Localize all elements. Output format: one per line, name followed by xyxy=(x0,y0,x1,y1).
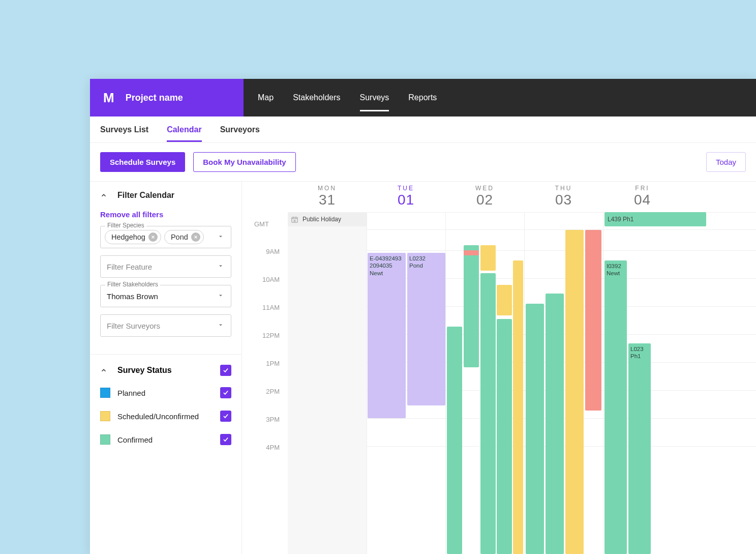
filter-surveyors-placeholder: Filter Surveyors xyxy=(105,322,160,330)
status-checkbox-confirmed[interactable] xyxy=(220,434,231,445)
calendar-grid[interactable]: Public Holiday L439 Ph1 E-04392493 20940… xyxy=(288,212,756,554)
filter-stakeholders-label: Filter Stakeholders xyxy=(105,281,160,288)
event-label: Ph1 xyxy=(630,353,649,360)
caret-down-icon[interactable] xyxy=(218,321,227,330)
event-holiday[interactable]: Public Holiday xyxy=(288,212,367,226)
topbar: M Project name Map Stakeholders Surveys … xyxy=(90,79,756,116)
chip-label: Pond xyxy=(171,233,188,241)
event-label: I0392 xyxy=(607,263,625,270)
chip-remove-icon[interactable] xyxy=(191,232,200,242)
nav-map[interactable]: Map xyxy=(258,89,274,106)
tab-surveys-list[interactable]: Surveys List xyxy=(100,118,148,141)
status-title: Survey Status xyxy=(117,366,220,375)
caret-down-icon[interactable] xyxy=(218,232,227,242)
day-num: 04 xyxy=(603,192,682,208)
event-label: L023 xyxy=(630,345,649,353)
filter-species-label: Filter Species xyxy=(105,222,146,229)
nav-stakeholders[interactable]: Stakeholders xyxy=(293,89,340,106)
top-nav: Map Stakeholders Surveys Reports xyxy=(244,79,756,116)
event-l439[interactable]: L439 Ph1 xyxy=(604,212,706,226)
event-wed-7[interactable] xyxy=(497,285,512,315)
day-head-thu[interactable]: THU 03 xyxy=(524,182,603,212)
project-name[interactable]: Project name xyxy=(126,93,183,103)
filter-species-field[interactable]: Filter Species Hedgehog Pond xyxy=(100,226,231,248)
event-label: Newt xyxy=(607,270,625,277)
caret-down-icon[interactable] xyxy=(218,291,227,301)
time-1pm: 1PM xyxy=(242,360,288,388)
status-checkbox-scheduled[interactable] xyxy=(220,411,231,422)
schedule-surveys-button[interactable]: Schedule Surveys xyxy=(100,152,185,172)
time-labels: 9AM 10AM 11AM 12PM 1PM 2PM 3PM 4PM xyxy=(242,222,288,472)
filter-surveyors-field[interactable]: Filter Surveyors xyxy=(100,314,231,337)
status-header[interactable]: Survey Status xyxy=(100,360,231,381)
chevron-up-icon xyxy=(100,367,107,374)
event-newt-tue[interactable]: E-04392493 2094035 Newt xyxy=(368,253,406,418)
time-2pm: 2PM xyxy=(242,388,288,416)
day-background-mon xyxy=(288,212,367,554)
status-row-scheduled: Scheduled/Unconfirmed xyxy=(100,404,231,428)
filter-feature-field[interactable]: Filter Feature xyxy=(100,255,231,278)
svg-rect-0 xyxy=(292,217,297,222)
brand-block: M Project name xyxy=(90,79,244,116)
day-name: FRI xyxy=(603,185,682,192)
app-window: M Project name Map Stakeholders Surveys … xyxy=(90,79,756,554)
day-name: MON xyxy=(288,185,367,192)
calendar-x-icon xyxy=(291,216,298,223)
event-wed-2[interactable] xyxy=(464,245,479,367)
sidebar: Filter Calendar Remove all filters Filte… xyxy=(90,182,242,554)
day-name: TUE xyxy=(367,185,445,192)
nav-surveys[interactable]: Surveys xyxy=(360,89,389,106)
filter-panel: Filter Calendar Remove all filters Filte… xyxy=(90,182,241,355)
status-row-planned: Planned xyxy=(100,381,231,404)
filter-stakeholders-value: Thomas Brown xyxy=(105,292,158,301)
event-thu-3[interactable] xyxy=(565,230,584,554)
calendar[interactable]: MON 31 TUE 01 WED 02 THU 03 FRI 04 xyxy=(242,182,756,554)
day-head-fri[interactable]: FRI 04 xyxy=(603,182,682,212)
filter-header[interactable]: Filter Calendar xyxy=(100,187,231,207)
logo: M xyxy=(103,90,114,106)
day-num: 31 xyxy=(288,192,367,208)
day-head-wed[interactable]: WED 02 xyxy=(445,182,524,212)
day-num: 01 xyxy=(367,192,445,208)
event-thu-1[interactable] xyxy=(526,304,544,554)
today-button[interactable]: Today xyxy=(706,152,746,172)
event-label: E-04392493 xyxy=(370,255,404,262)
day-num: 02 xyxy=(445,192,524,208)
time-4pm: 4PM xyxy=(242,444,288,472)
event-wed-6[interactable] xyxy=(497,319,512,554)
filter-stakeholders-field[interactable]: Filter Stakeholders Thomas Brown xyxy=(100,285,231,307)
filter-feature-placeholder: Filter Feature xyxy=(105,263,152,271)
event-thu-2[interactable] xyxy=(546,294,564,554)
status-checkbox-planned[interactable] xyxy=(220,387,231,398)
event-fri-l023[interactable]: L023 Ph1 xyxy=(628,343,651,554)
time-11am: 11AM xyxy=(242,304,288,332)
book-unavailability-button[interactable]: Book My Unavailability xyxy=(193,152,295,172)
day-head-tue[interactable]: TUE 01 xyxy=(367,182,445,212)
swatch-planned xyxy=(100,388,110,398)
event-wed-4[interactable] xyxy=(480,273,496,554)
swatch-confirmed xyxy=(100,434,110,445)
day-name: THU xyxy=(524,185,603,192)
event-fri-newt[interactable]: I0392 Newt xyxy=(604,260,627,554)
nav-reports[interactable]: Reports xyxy=(408,89,437,106)
actionbar: Schedule Surveys Book My Unavailability … xyxy=(90,143,756,182)
event-wed-3[interactable] xyxy=(464,250,479,255)
chip-remove-icon[interactable] xyxy=(148,232,158,242)
event-pond-tue[interactable]: L0232 Pond xyxy=(407,253,445,405)
chip-label: Hedgehog xyxy=(111,233,145,241)
content: Filter Calendar Remove all filters Filte… xyxy=(90,182,756,554)
time-12pm: 12PM xyxy=(242,332,288,360)
event-wed-8[interactable] xyxy=(513,260,523,554)
tab-calendar[interactable]: Calendar xyxy=(167,118,201,141)
status-master-checkbox[interactable] xyxy=(220,365,231,376)
event-wed-5[interactable] xyxy=(480,245,496,271)
day-head-mon[interactable]: MON 31 xyxy=(288,182,367,212)
status-label: Confirmed xyxy=(117,435,213,444)
filter-title: Filter Calendar xyxy=(117,191,231,200)
event-label: 2094035 xyxy=(370,262,404,269)
tab-surveyors[interactable]: Surveyors xyxy=(220,118,260,141)
caret-down-icon[interactable] xyxy=(218,262,227,271)
event-thu-4[interactable] xyxy=(585,230,601,411)
event-wed-1[interactable] xyxy=(447,327,462,554)
calendar-header: MON 31 TUE 01 WED 02 THU 03 FRI 04 xyxy=(242,182,756,212)
